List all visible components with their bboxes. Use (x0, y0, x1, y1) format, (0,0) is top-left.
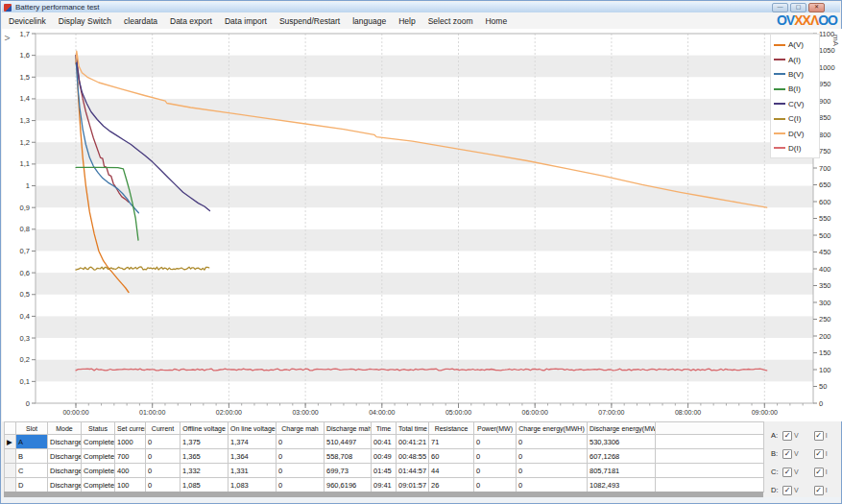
table-cell[interactable]: 09:41 (372, 478, 397, 492)
table-cell[interactable]: 530,3306 (588, 435, 656, 449)
checkbox-A-I[interactable]: ✓ (814, 431, 824, 441)
checkbox-C-I[interactable]: ✓ (814, 468, 824, 477)
table-cell[interactable]: 0 (146, 449, 180, 464)
table-header-cell[interactable]: Discharge mah (325, 422, 372, 435)
table-cell[interactable]: 0 (146, 478, 180, 492)
table-cell[interactable]: 09:01:57 (397, 478, 429, 492)
table-cell[interactable]: Complete (82, 449, 115, 464)
table-cell[interactable]: Discharge (48, 435, 82, 449)
table-header-cell[interactable]: Total time (397, 422, 429, 435)
table-cell[interactable]: 0 (277, 464, 325, 478)
table-cell[interactable]: 71 (429, 435, 474, 449)
table-cell[interactable]: 0 (517, 478, 588, 492)
minimize-button[interactable]: — (772, 3, 788, 12)
table-header-cell[interactable]: On line voltage (229, 422, 277, 435)
table-header-cell[interactable]: Status (82, 422, 115, 435)
table-cell[interactable]: 00:48:55 (397, 449, 429, 464)
table-header-cell[interactable]: Mode (48, 422, 82, 435)
table-cell[interactable]: 1,374 (229, 435, 277, 449)
table-cell[interactable]: Complete (82, 435, 115, 449)
table-cell[interactable]: 0 (517, 449, 588, 464)
table-cell[interactable]: 607,1268 (588, 449, 656, 464)
table-cell[interactable]: 0 (474, 449, 517, 464)
table-header-cell[interactable]: Offline voltage (180, 422, 229, 435)
table-cell[interactable]: 1,365 (180, 449, 229, 464)
table-cell[interactable]: C (16, 464, 48, 478)
menu-item-language[interactable]: language (348, 14, 391, 28)
table-cell[interactable]: 558,708 (325, 449, 372, 464)
checkbox-D-V[interactable]: ✓ (782, 486, 792, 495)
table-cell[interactable]: 44 (429, 464, 474, 478)
table-cell[interactable]: 0 (474, 478, 517, 492)
table-cell[interactable]: 01:44:57 (397, 464, 429, 478)
table-cell[interactable]: 100 (115, 478, 146, 492)
table-cell[interactable]: 60 (429, 449, 474, 464)
menu-item-select-zoom[interactable]: Select zoom (423, 14, 478, 28)
table-cell[interactable]: 1000 (115, 435, 146, 449)
table-cell[interactable]: Discharge (48, 449, 82, 464)
table-cell[interactable]: Complete (82, 464, 115, 478)
table-cell[interactable]: 1,331 (229, 464, 277, 478)
menu-item-suspend-restart[interactable]: Suspend/Restart (275, 14, 345, 28)
table-header-cell[interactable]: Slot (16, 422, 48, 435)
table-cell[interactable]: 1,375 (180, 435, 229, 449)
table-cell[interactable]: 699,73 (325, 464, 372, 478)
checkbox-B-V[interactable]: ✓ (782, 449, 792, 459)
table-cell[interactable]: 0 (517, 435, 588, 449)
table-cell[interactable]: Discharge (48, 478, 82, 492)
table-cell[interactable] (656, 478, 764, 492)
checkbox-B-I[interactable]: ✓ (814, 449, 824, 459)
checkbox-C-V[interactable]: ✓ (782, 468, 792, 477)
table-header-cell[interactable] (656, 422, 764, 435)
menu-item-cleardata[interactable]: cleardata (119, 14, 162, 28)
table-cell[interactable]: D (16, 478, 48, 492)
table-header-cell[interactable]: Charge mah (277, 422, 325, 435)
table-cell[interactable]: Complete (82, 478, 115, 492)
maximize-button[interactable]: ▢ (790, 3, 806, 12)
table-cell[interactable] (656, 449, 764, 464)
table-header-cell[interactable]: Charge energy(MWH) (517, 422, 588, 435)
close-button[interactable]: ✕ (808, 3, 825, 12)
table-header-cell[interactable]: Power(MW) (474, 422, 517, 435)
checkbox-D-I[interactable]: ✓ (814, 486, 824, 495)
menu-item-data-export[interactable]: Data export (165, 14, 217, 28)
table-cell[interactable]: 0 (146, 464, 180, 478)
table-cell[interactable]: 0 (517, 464, 588, 478)
menu-item-display-switch[interactable]: Display Switch (54, 14, 116, 28)
table-cell[interactable]: 1082,493 (588, 478, 656, 492)
table-cell[interactable]: 1,085 (180, 478, 229, 492)
menu-item-devicelink[interactable]: Devicelink (4, 14, 51, 28)
table-cell[interactable] (656, 435, 764, 449)
table-header-cell[interactable]: Discharge energy(MWH) (588, 422, 656, 435)
table-cell[interactable]: 700 (115, 449, 146, 464)
table-cell[interactable]: 960,6196 (325, 478, 372, 492)
table-cell[interactable]: 00:41 (372, 435, 397, 449)
table-cell[interactable]: 1,364 (229, 449, 277, 464)
table-cell[interactable]: Discharge (48, 464, 82, 478)
table-header-cell[interactable]: Set current (115, 422, 146, 435)
table-cell[interactable]: 1,332 (180, 464, 229, 478)
menu-item-data-import[interactable]: Data import (220, 14, 272, 28)
table-header-cell[interactable]: Current (146, 422, 180, 435)
table-cell[interactable]: 1,083 (229, 478, 277, 492)
table-cell[interactable]: 0 (277, 449, 325, 464)
table-header-cell[interactable]: Resistance (429, 422, 474, 435)
table-cell[interactable]: 400 (115, 464, 146, 478)
table-cell[interactable]: 00:41:21 (397, 435, 429, 449)
table-cell[interactable]: 0 (146, 435, 180, 449)
table-cell[interactable]: 00:49 (372, 449, 397, 464)
checkbox-A-V[interactable]: ✓ (782, 431, 792, 441)
table-cell[interactable]: 0 (474, 464, 517, 478)
table-cell[interactable]: 01:45 (372, 464, 397, 478)
table-cell[interactable]: A (16, 435, 48, 449)
table-cell[interactable] (656, 464, 764, 478)
table-cell[interactable]: 26 (429, 478, 474, 492)
table-header-cell[interactable]: Time (372, 422, 397, 435)
table-cell[interactable]: 510,4497 (325, 435, 372, 449)
table-cell[interactable]: 0 (277, 435, 325, 449)
table-cell[interactable]: 805,7181 (588, 464, 656, 478)
table-cell[interactable]: 0 (277, 478, 325, 492)
table-cell[interactable]: B (16, 449, 48, 464)
table-cell[interactable]: 0 (474, 435, 517, 449)
menu-item-home[interactable]: Home (480, 14, 512, 28)
